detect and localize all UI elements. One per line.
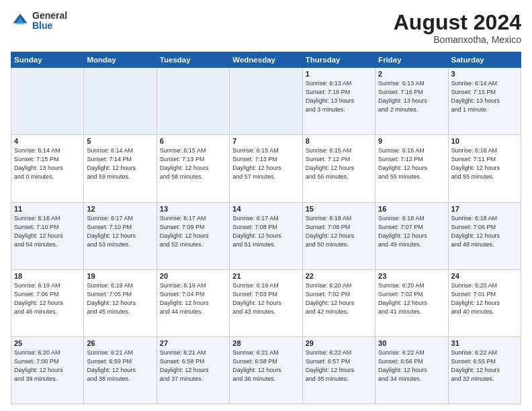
col-thursday: Thursday — [302, 52, 375, 68]
table-row: 5Sunrise: 6:14 AM Sunset: 7:14 PM Daylig… — [84, 135, 157, 202]
table-row: 27Sunrise: 6:21 AM Sunset: 6:58 PM Dayli… — [157, 336, 229, 404]
day-info: Sunrise: 6:20 AM Sunset: 7:02 PM Dayligh… — [378, 281, 445, 316]
day-number: 30 — [378, 339, 445, 347]
table-row: 3Sunrise: 6:14 AM Sunset: 7:15 PM Daylig… — [448, 68, 521, 135]
day-info: Sunrise: 6:19 AM Sunset: 7:06 PM Dayligh… — [14, 281, 81, 316]
table-row: 22Sunrise: 6:20 AM Sunset: 7:02 PM Dayli… — [302, 269, 375, 336]
day-number: 28 — [232, 339, 299, 347]
day-number: 21 — [232, 272, 299, 280]
day-number: 29 — [306, 339, 372, 347]
day-info: Sunrise: 6:16 AM Sunset: 7:10 PM Dayligh… — [14, 214, 81, 249]
day-number: 5 — [87, 137, 153, 145]
table-row — [230, 68, 302, 135]
table-row: 18Sunrise: 6:19 AM Sunset: 7:06 PM Dayli… — [11, 269, 84, 336]
table-row: 20Sunrise: 6:19 AM Sunset: 7:04 PM Dayli… — [157, 269, 229, 336]
day-number: 14 — [232, 205, 299, 213]
calendar-row: 25Sunrise: 6:20 AM Sunset: 7:00 PM Dayli… — [11, 336, 521, 404]
day-number: 11 — [14, 205, 81, 213]
day-number: 1 — [306, 70, 372, 78]
day-info: Sunrise: 6:20 AM Sunset: 7:00 PM Dayligh… — [14, 349, 81, 383]
table-row: 19Sunrise: 6:19 AM Sunset: 7:05 PM Dayli… — [84, 269, 157, 336]
logo-text: General Blue — [32, 11, 67, 32]
col-sunday: Sunday — [11, 52, 84, 68]
day-info: Sunrise: 6:13 AM Sunset: 7:16 PM Dayligh… — [378, 79, 445, 114]
calendar-table: Sunday Monday Tuesday Wednesday Thursday… — [11, 52, 521, 404]
day-number: 25 — [14, 339, 81, 347]
day-info: Sunrise: 6:17 AM Sunset: 7:08 PM Dayligh… — [232, 214, 299, 249]
header-row: Sunday Monday Tuesday Wednesday Thursday… — [11, 52, 521, 68]
logo-general-text: General — [32, 11, 67, 21]
table-row: 11Sunrise: 6:16 AM Sunset: 7:10 PM Dayli… — [11, 202, 84, 269]
table-row: 13Sunrise: 6:17 AM Sunset: 7:09 PM Dayli… — [157, 202, 229, 269]
calendar-body: 1Sunrise: 6:13 AM Sunset: 7:16 PM Daylig… — [11, 68, 521, 404]
col-friday: Friday — [375, 52, 448, 68]
table-row: 8Sunrise: 6:15 AM Sunset: 7:12 PM Daylig… — [302, 135, 375, 202]
table-row: 15Sunrise: 6:18 AM Sunset: 7:08 PM Dayli… — [302, 202, 375, 269]
page: General Blue August 2024 Bomanxotha, Mex… — [0, 0, 532, 411]
day-info: Sunrise: 6:16 AM Sunset: 7:12 PM Dayligh… — [378, 146, 445, 181]
table-row: 21Sunrise: 6:19 AM Sunset: 7:03 PM Dayli… — [230, 269, 302, 336]
day-info: Sunrise: 6:16 AM Sunset: 7:11 PM Dayligh… — [451, 146, 518, 181]
calendar-row: 4Sunrise: 6:14 AM Sunset: 7:15 PM Daylig… — [11, 135, 521, 202]
day-number: 4 — [14, 137, 81, 145]
calendar-header: Sunday Monday Tuesday Wednesday Thursday… — [11, 52, 521, 68]
day-info: Sunrise: 6:13 AM Sunset: 7:16 PM Dayligh… — [306, 79, 372, 114]
table-row: 9Sunrise: 6:16 AM Sunset: 7:12 PM Daylig… — [375, 135, 448, 202]
day-number: 27 — [160, 339, 226, 347]
day-number: 7 — [232, 137, 299, 145]
subtitle: Bomanxotha, Mexico — [394, 34, 521, 45]
title-block: August 2024 Bomanxotha, Mexico — [394, 11, 521, 45]
table-row: 2Sunrise: 6:13 AM Sunset: 7:16 PM Daylig… — [375, 68, 448, 135]
day-number: 26 — [87, 339, 153, 347]
day-info: Sunrise: 6:15 AM Sunset: 7:12 PM Dayligh… — [306, 146, 372, 181]
day-info: Sunrise: 6:17 AM Sunset: 7:10 PM Dayligh… — [87, 214, 153, 249]
day-number: 16 — [378, 205, 445, 213]
day-info: Sunrise: 6:22 AM Sunset: 6:57 PM Dayligh… — [306, 349, 372, 383]
logo: General Blue — [11, 11, 67, 32]
day-info: Sunrise: 6:18 AM Sunset: 7:07 PM Dayligh… — [378, 214, 445, 249]
table-row: 28Sunrise: 6:21 AM Sunset: 6:58 PM Dayli… — [230, 336, 302, 404]
day-info: Sunrise: 6:21 AM Sunset: 6:59 PM Dayligh… — [87, 349, 153, 383]
day-info: Sunrise: 6:22 AM Sunset: 6:55 PM Dayligh… — [451, 349, 518, 383]
day-number: 22 — [306, 272, 372, 280]
table-row — [157, 68, 229, 135]
col-monday: Monday — [84, 52, 157, 68]
day-info: Sunrise: 6:18 AM Sunset: 7:06 PM Dayligh… — [451, 214, 518, 249]
main-title: August 2024 — [394, 11, 521, 34]
day-number: 13 — [160, 205, 226, 213]
table-row: 4Sunrise: 6:14 AM Sunset: 7:15 PM Daylig… — [11, 135, 84, 202]
table-row: 24Sunrise: 6:20 AM Sunset: 7:01 PM Dayli… — [448, 269, 521, 336]
header: General Blue August 2024 Bomanxotha, Mex… — [11, 11, 521, 45]
table-row: 16Sunrise: 6:18 AM Sunset: 7:07 PM Dayli… — [375, 202, 448, 269]
day-info: Sunrise: 6:21 AM Sunset: 6:58 PM Dayligh… — [232, 349, 299, 383]
table-row: 26Sunrise: 6:21 AM Sunset: 6:59 PM Dayli… — [84, 336, 157, 404]
table-row: 29Sunrise: 6:22 AM Sunset: 6:57 PM Dayli… — [302, 336, 375, 404]
day-info: Sunrise: 6:17 AM Sunset: 7:09 PM Dayligh… — [160, 214, 226, 249]
day-info: Sunrise: 6:22 AM Sunset: 6:56 PM Dayligh… — [378, 349, 445, 383]
day-info: Sunrise: 6:18 AM Sunset: 7:08 PM Dayligh… — [306, 214, 372, 249]
day-info: Sunrise: 6:21 AM Sunset: 6:58 PM Dayligh… — [160, 349, 226, 383]
day-number: 15 — [306, 205, 372, 213]
day-number: 9 — [378, 137, 445, 145]
day-info: Sunrise: 6:20 AM Sunset: 7:01 PM Dayligh… — [451, 281, 518, 316]
col-tuesday: Tuesday — [157, 52, 229, 68]
table-row: 30Sunrise: 6:22 AM Sunset: 6:56 PM Dayli… — [375, 336, 448, 404]
day-number: 8 — [306, 137, 372, 145]
day-info: Sunrise: 6:14 AM Sunset: 7:15 PM Dayligh… — [14, 146, 81, 181]
table-row: 6Sunrise: 6:15 AM Sunset: 7:13 PM Daylig… — [157, 135, 229, 202]
table-row — [11, 68, 84, 135]
day-info: Sunrise: 6:14 AM Sunset: 7:15 PM Dayligh… — [451, 79, 518, 114]
day-number: 12 — [87, 205, 153, 213]
table-row: 1Sunrise: 6:13 AM Sunset: 7:16 PM Daylig… — [302, 68, 375, 135]
day-number: 20 — [160, 272, 226, 280]
table-row: 17Sunrise: 6:18 AM Sunset: 7:06 PM Dayli… — [448, 202, 521, 269]
day-number: 6 — [160, 137, 226, 145]
day-info: Sunrise: 6:14 AM Sunset: 7:14 PM Dayligh… — [87, 146, 153, 181]
table-row: 7Sunrise: 6:15 AM Sunset: 7:13 PM Daylig… — [230, 135, 302, 202]
calendar-row: 1Sunrise: 6:13 AM Sunset: 7:16 PM Daylig… — [11, 68, 521, 135]
day-number: 18 — [14, 272, 81, 280]
day-info: Sunrise: 6:15 AM Sunset: 7:13 PM Dayligh… — [160, 146, 226, 181]
table-row: 23Sunrise: 6:20 AM Sunset: 7:02 PM Dayli… — [375, 269, 448, 336]
logo-icon — [11, 11, 30, 30]
day-number: 10 — [451, 137, 518, 145]
